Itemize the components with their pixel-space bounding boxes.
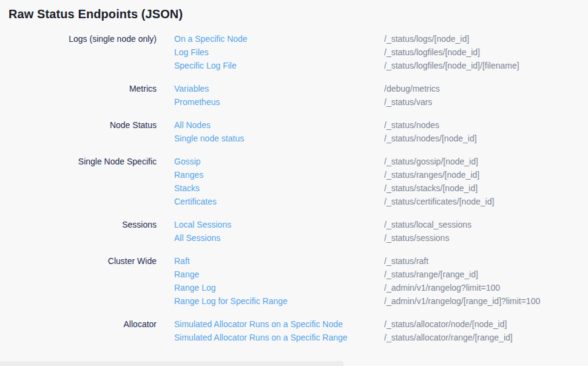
endpoint-section: Single Node SpecificGossipRangesStacksCe…: [8, 155, 579, 208]
endpoint-links-column: VariablesPrometheus: [174, 82, 384, 109]
endpoint-path: /_status/nodes: [384, 118, 579, 132]
endpoint-path: /_status/gossip/[node_id]: [384, 155, 579, 168]
category-label: Sessions: [8, 218, 157, 231]
endpoint-link[interactable]: Specific Log File: [174, 59, 237, 72]
endpoint-links-column: Local SessionsAll Sessions: [174, 218, 384, 245]
endpoint-path: /_status/range/[range_id]: [384, 268, 579, 281]
endpoint-paths-column: /_status/raft/_status/range/[range_id]/_…: [384, 254, 579, 308]
endpoint-paths-column: /_status/logs/[node_id]/_status/logfiles…: [384, 32, 579, 72]
endpoint-section: Logs (single node only)On a Specific Nod…: [8, 32, 579, 72]
endpoint-link[interactable]: Range: [174, 268, 199, 281]
endpoint-links-column: On a Specific NodeLog FilesSpecific Log …: [174, 32, 384, 72]
endpoint-path: /_status/logs/[node_id]: [384, 32, 579, 46]
endpoint-path: /_status/vars: [384, 95, 579, 109]
endpoint-links-column: Simulated Allocator Runs on a Specific N…: [174, 317, 384, 344]
endpoint-paths-column: /_status/gossip/[node_id]/_status/ranges…: [384, 155, 579, 208]
endpoint-path: /_status/certificates/[node_id]: [384, 195, 579, 208]
category-label: Metrics: [8, 82, 157, 95]
endpoint-link[interactable]: Stacks: [174, 181, 200, 195]
debug-page: Raw Status Endpoints (JSON) Logs (single…: [0, 0, 588, 366]
endpoint-path: /_status/stacks/[node_id]: [384, 181, 579, 195]
endpoint-link[interactable]: Range Log: [174, 281, 216, 294]
endpoint-section: Node StatusAll NodesSingle node status/_…: [8, 118, 579, 145]
endpoint-paths-column: /_status/nodes/_status/nodes/[node_id]: [384, 118, 579, 145]
category-label: Allocator: [8, 317, 157, 331]
endpoint-path: /_status/logfiles/[node_id]: [384, 46, 579, 59]
endpoint-link[interactable]: Variables: [174, 82, 209, 95]
endpoint-link[interactable]: Single node status: [174, 132, 244, 145]
endpoint-paths-column: /_status/allocator/node/[node_id]/_statu…: [384, 317, 579, 344]
endpoint-section: Cluster WideRaftRangeRange LogRange Log …: [8, 254, 579, 308]
category-label: Cluster Wide: [8, 254, 157, 268]
endpoint-path: /_status/nodes/[node_id]: [384, 132, 579, 145]
endpoint-section: AllocatorSimulated Allocator Runs on a S…: [8, 317, 579, 344]
endpoint-path: /_status/local_sessions: [384, 218, 579, 231]
endpoint-path: /_admin/v1/rangelog?limit=100: [384, 281, 579, 294]
endpoint-path: /debug/metrics: [384, 82, 579, 95]
endpoint-path: /_status/ranges/[node_id]: [384, 168, 579, 181]
endpoint-path: /_admin/v1/rangelog/[range_id]?limit=100: [384, 294, 579, 308]
bottom-edge-strip: [0, 361, 343, 366]
endpoint-link[interactable]: Ranges: [174, 168, 203, 181]
endpoint-link[interactable]: Range Log for Specific Range: [174, 294, 288, 308]
endpoint-link[interactable]: Certificates: [174, 195, 217, 208]
endpoint-sections: Logs (single node only)On a Specific Nod…: [8, 32, 579, 344]
category-label: Node Status: [8, 118, 157, 132]
endpoint-paths-column: /debug/metrics/_status/vars: [384, 82, 579, 109]
endpoint-paths-column: /_status/local_sessions/_status/sessions: [384, 218, 579, 245]
endpoint-link[interactable]: Gossip: [174, 155, 201, 168]
endpoint-link[interactable]: All Sessions: [174, 231, 220, 245]
endpoint-link[interactable]: Local Sessions: [174, 218, 231, 231]
endpoint-path: /_status/logfiles/[node_id]/[filename]: [384, 59, 579, 72]
category-label: Logs (single node only): [8, 32, 157, 46]
endpoint-link[interactable]: Log Files: [174, 46, 209, 59]
endpoint-links-column: All NodesSingle node status: [174, 118, 384, 145]
endpoint-links-column: RaftRangeRange LogRange Log for Specific…: [174, 254, 384, 308]
endpoint-section: MetricsVariablesPrometheus/debug/metrics…: [8, 82, 579, 109]
endpoint-path: /_status/allocator/range/[range_id]: [384, 331, 579, 344]
endpoint-link[interactable]: Simulated Allocator Runs on a Specific N…: [174, 317, 343, 331]
page-title: Raw Status Endpoints (JSON): [8, 7, 183, 21]
endpoint-path: /_status/raft: [384, 254, 579, 268]
endpoint-link[interactable]: Simulated Allocator Runs on a Specific R…: [174, 331, 348, 344]
endpoint-link[interactable]: Prometheus: [174, 95, 220, 109]
endpoint-path: /_status/sessions: [384, 231, 579, 245]
endpoint-links-column: GossipRangesStacksCertificates: [174, 155, 384, 208]
category-label: Single Node Specific: [8, 155, 157, 168]
endpoint-path: /_status/allocator/node/[node_id]: [384, 317, 579, 331]
endpoint-link[interactable]: All Nodes: [174, 118, 211, 132]
endpoint-section: SessionsLocal SessionsAll Sessions/_stat…: [8, 218, 579, 245]
endpoint-link[interactable]: Raft: [174, 254, 190, 268]
endpoint-link[interactable]: On a Specific Node: [174, 32, 248, 46]
